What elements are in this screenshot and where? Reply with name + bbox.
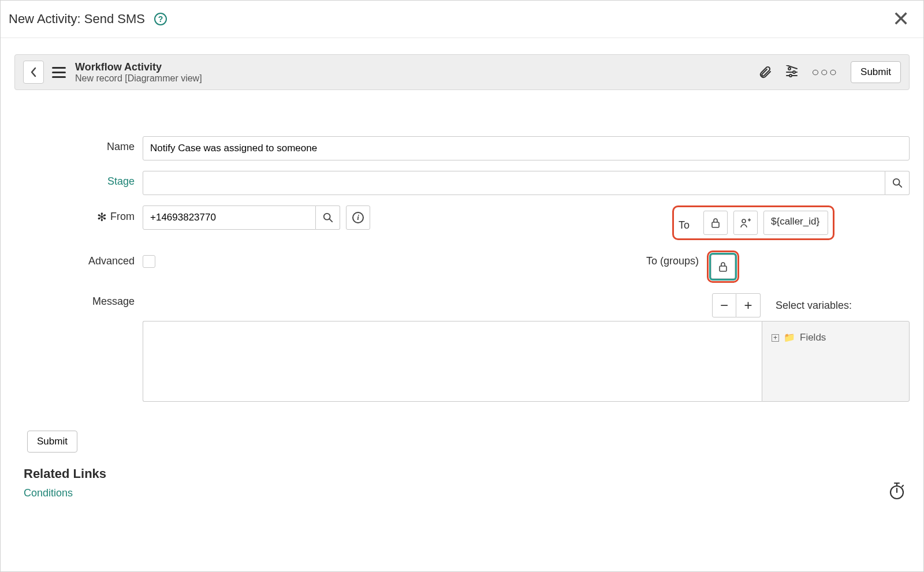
row-from-to: ✻From i To bbox=[14, 205, 910, 240]
from-info-button[interactable]: i bbox=[346, 205, 370, 230]
settings-sliders-icon[interactable] bbox=[785, 65, 799, 79]
variables-panel: + 📁 Fields bbox=[762, 321, 910, 402]
dialog-header: New Activity: Send SMS ? ✕ bbox=[1, 1, 923, 38]
info-icon: i bbox=[352, 212, 364, 223]
from-input[interactable] bbox=[143, 205, 316, 230]
dialog-title: New Activity: Send SMS bbox=[9, 12, 145, 27]
response-time-icon[interactable] bbox=[889, 481, 905, 502]
row-name: Name bbox=[14, 136, 910, 160]
label-from: ✻From bbox=[14, 205, 143, 224]
svg-point-4 bbox=[793, 71, 795, 73]
bar-actions: ○○○ Submit bbox=[758, 61, 901, 83]
more-actions-icon[interactable]: ○○○ bbox=[811, 65, 838, 80]
conditions-link[interactable]: Conditions bbox=[24, 487, 923, 499]
footer-submit-area: Submit bbox=[27, 431, 923, 453]
related-links-heading: Related Links bbox=[24, 466, 923, 481]
to-lock-button[interactable] bbox=[703, 211, 728, 235]
record-subtitle: New record [Diagrammer view] bbox=[75, 73, 202, 84]
attachment-icon[interactable] bbox=[758, 65, 772, 79]
minus-icon: − bbox=[720, 298, 728, 312]
name-input[interactable] bbox=[143, 136, 910, 160]
message-toolbar: − + Select variables: bbox=[143, 293, 910, 317]
required-asterisk-icon: ✻ bbox=[97, 211, 107, 223]
svg-point-5 bbox=[789, 74, 792, 77]
close-icon[interactable]: ✕ bbox=[890, 9, 912, 29]
label-to-groups: To (groups) bbox=[646, 251, 699, 267]
label-advanced: Advanced bbox=[14, 251, 143, 267]
fields-tree-label: Fields bbox=[800, 332, 826, 343]
svg-line-7 bbox=[899, 185, 901, 188]
to-field-highlight: To ${caller_id} bbox=[672, 205, 834, 240]
label-to: To bbox=[679, 215, 690, 231]
to-select-user-button[interactable] bbox=[733, 211, 758, 235]
row-stage: Stage bbox=[14, 171, 910, 195]
plus-icon: + bbox=[744, 298, 752, 312]
submit-button-header[interactable]: Submit bbox=[851, 61, 901, 83]
to-value[interactable]: ${caller_id} bbox=[763, 211, 828, 235]
svg-point-8 bbox=[323, 214, 330, 220]
svg-rect-10 bbox=[712, 222, 719, 227]
svg-line-9 bbox=[329, 219, 332, 222]
svg-point-6 bbox=[893, 179, 899, 185]
row-message: Message − + Select variables: + 📁 Fields bbox=[14, 293, 910, 402]
variables-tree-fields[interactable]: + 📁 Fields bbox=[772, 332, 900, 343]
message-textarea[interactable] bbox=[143, 321, 762, 402]
menu-icon[interactable] bbox=[52, 67, 66, 78]
stage-lookup-button[interactable] bbox=[885, 171, 910, 195]
to-groups-highlight bbox=[707, 251, 739, 283]
advanced-checkbox[interactable] bbox=[143, 255, 155, 268]
svg-point-3 bbox=[788, 68, 791, 70]
back-button[interactable] bbox=[23, 61, 44, 84]
form-area: Name Stage ✻From bbox=[14, 136, 910, 402]
to-groups-lock-button[interactable] bbox=[711, 255, 735, 279]
label-stage[interactable]: Stage bbox=[14, 171, 143, 188]
label-name: Name bbox=[14, 136, 143, 153]
record-heading-group: Workflow Activity New record [Diagrammer… bbox=[75, 61, 202, 84]
svg-line-17 bbox=[902, 485, 903, 487]
from-lookup-button[interactable] bbox=[316, 205, 340, 230]
row-advanced-togroups: Advanced To (groups) bbox=[14, 251, 910, 283]
tree-expand-icon[interactable]: + bbox=[772, 334, 779, 342]
folder-icon: 📁 bbox=[784, 333, 795, 342]
help-icon[interactable]: ? bbox=[154, 13, 167, 25]
label-message: Message bbox=[14, 293, 143, 308]
submit-button-footer[interactable]: Submit bbox=[27, 431, 77, 453]
record-title: Workflow Activity bbox=[75, 61, 202, 73]
record-bar: Workflow Activity New record [Diagrammer… bbox=[14, 54, 910, 90]
message-minus-button[interactable]: − bbox=[712, 293, 736, 317]
message-plus-button[interactable]: + bbox=[736, 293, 761, 317]
svg-point-11 bbox=[742, 219, 746, 223]
svg-rect-12 bbox=[720, 266, 726, 271]
select-variables-label: Select variables: bbox=[776, 300, 852, 312]
stage-input[interactable] bbox=[143, 171, 885, 195]
